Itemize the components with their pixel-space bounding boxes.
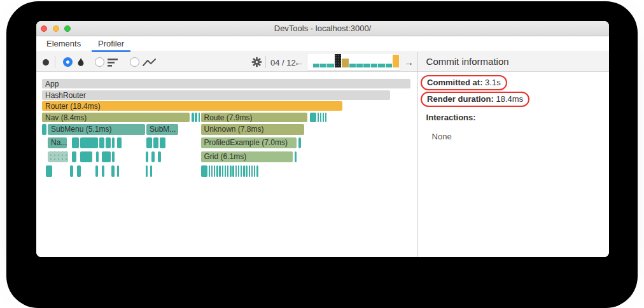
commit-bar-selected[interactable]	[335, 54, 341, 67]
flame-bar-small[interactable]	[150, 165, 153, 177]
flame-bar[interactable]: Grid (6.1ms)	[201, 151, 293, 162]
zoom-button[interactable]	[64, 25, 71, 32]
commit-bar[interactable]	[313, 64, 319, 67]
flame-bar[interactable]: Route (7.9ms)	[201, 113, 308, 122]
flame-bar-small[interactable]	[195, 113, 197, 122]
flame-bar[interactable]: Na...	[48, 137, 67, 148]
annotation-ring-committed-at: Committed at: 3.1s	[421, 75, 507, 90]
flame-bar-small[interactable]	[99, 137, 104, 148]
commit-bar[interactable]	[342, 59, 348, 67]
flame-bar-small[interactable]	[230, 165, 232, 177]
flame-bar-small[interactable]	[232, 165, 234, 177]
flame-bar-small[interactable]	[160, 137, 166, 148]
gear-icon[interactable]	[251, 57, 262, 70]
flame-bar-small[interactable]	[225, 165, 227, 177]
flame-bar-small[interactable]	[235, 165, 237, 177]
flame-bar-small[interactable]	[102, 151, 111, 162]
flame-bar-small[interactable]	[111, 165, 115, 177]
flame-bar-small[interactable]	[151, 151, 155, 162]
flame-bar-small[interactable]	[211, 165, 213, 177]
flame-bar-small[interactable]	[214, 165, 216, 177]
flame-bar-small[interactable]	[112, 137, 115, 148]
flame-bar[interactable]: App	[42, 79, 410, 88]
flame-bar-small[interactable]	[95, 165, 98, 177]
tab-elements[interactable]: Elements	[46, 36, 81, 52]
commit-bar[interactable]	[320, 64, 326, 67]
flame-bar-small[interactable]	[153, 137, 158, 148]
flame-bar-small[interactable]	[102, 165, 104, 177]
commit-bar[interactable]	[363, 64, 370, 67]
commit-bar[interactable]	[378, 64, 384, 67]
ranked-view-radio[interactable]	[95, 57, 104, 67]
flame-bar-small[interactable]	[48, 151, 68, 162]
record-icon[interactable]	[43, 59, 49, 66]
next-commit-arrow-icon[interactable]: →	[404, 57, 414, 67]
ranked-chart-icon[interactable]	[108, 58, 119, 69]
flame-bar-label: Na...	[48, 137, 67, 147]
flame-bar-small[interactable]	[72, 137, 79, 148]
flamegraph-view-radio[interactable]	[63, 57, 73, 67]
flame-bar-small[interactable]	[325, 113, 327, 122]
commit-bar[interactable]	[393, 55, 399, 67]
flame-bar-small[interactable]	[243, 165, 245, 177]
flame-bar[interactable]: SubMenu (5.1ms)	[48, 124, 145, 135]
flame-bar-small[interactable]	[112, 151, 115, 162]
minimize-button[interactable]	[53, 25, 59, 32]
flame-bar-small[interactable]	[146, 151, 149, 162]
flame-bar-small[interactable]	[77, 165, 81, 177]
commit-bar[interactable]	[371, 64, 377, 67]
commit-bar[interactable]	[386, 64, 392, 67]
flame-bar-small[interactable]	[254, 165, 256, 177]
flame-bar-small[interactable]	[238, 165, 240, 177]
commit-bar[interactable]	[356, 64, 363, 67]
flame-bar-small[interactable]	[227, 165, 229, 177]
render-duration-line: Render duration: 18.4ms	[426, 92, 609, 107]
flame-bar-small[interactable]	[199, 113, 200, 122]
flame-bar-small[interactable]	[310, 113, 316, 122]
close-button[interactable]	[41, 25, 47, 32]
flame-bar[interactable]: Nav (8.4ms)	[42, 113, 190, 122]
flame-bar-small[interactable]	[216, 165, 218, 177]
flame-bar-small[interactable]	[323, 113, 325, 122]
flame-bar-small[interactable]	[106, 137, 111, 148]
flame-bar-small[interactable]	[318, 113, 319, 122]
flame-bar-small[interactable]	[96, 151, 99, 162]
commit-bar[interactable]	[327, 64, 333, 67]
tab-profiler[interactable]: Profiler	[92, 36, 130, 52]
flame-bar-small[interactable]	[209, 165, 211, 177]
flame-bar[interactable]: Unknown (7.8ms)	[201, 124, 305, 135]
flame-bar-small[interactable]	[70, 165, 73, 177]
flame-bar-small[interactable]	[158, 151, 161, 162]
flame-bar-small[interactable]	[249, 165, 251, 177]
flame-bar-small[interactable]	[80, 137, 98, 148]
flame-bar-small[interactable]	[72, 151, 77, 162]
flame-bar[interactable]: ProfiledExample (7.0ms)	[201, 137, 297, 148]
flame-bar-small[interactable]	[201, 165, 207, 177]
flame-bar-small[interactable]	[222, 165, 224, 177]
flame-bar[interactable]: SubM...	[146, 124, 178, 135]
interactions-chart-icon[interactable]	[143, 58, 156, 69]
flame-bar-small[interactable]	[251, 165, 253, 177]
flame-bar[interactable]: HashRouter	[42, 90, 390, 100]
flame-bar-small[interactable]	[46, 165, 52, 177]
flame-bar[interactable]: Router (18.4ms)	[42, 101, 342, 111]
flame-bar-small[interactable]	[246, 165, 248, 177]
flame-bar-small[interactable]	[320, 113, 322, 122]
flame-bar-small[interactable]	[117, 137, 122, 148]
flame-bar-small[interactable]	[146, 165, 148, 177]
flame-bar-small[interactable]	[42, 124, 46, 135]
flame-bar-small[interactable]	[298, 137, 301, 148]
flame-bar-small[interactable]	[256, 165, 258, 177]
flame-bar-small[interactable]	[192, 113, 194, 122]
flame-bar-small[interactable]	[117, 165, 119, 177]
flame-bar-small[interactable]	[219, 165, 221, 177]
flame-icon[interactable]	[76, 57, 85, 70]
commit-bar[interactable]	[349, 64, 356, 67]
flame-bar-small[interactable]	[241, 165, 242, 177]
interactions-view-radio[interactable]	[130, 57, 139, 67]
flame-bar-small[interactable]	[80, 151, 93, 162]
flame-bar-small[interactable]	[295, 151, 297, 162]
flame-bar-small[interactable]	[146, 137, 152, 148]
prev-commit-arrow-icon[interactable]: ←	[294, 57, 304, 67]
flame-bar-label: ProfiledExample (7.0ms)	[201, 137, 297, 147]
